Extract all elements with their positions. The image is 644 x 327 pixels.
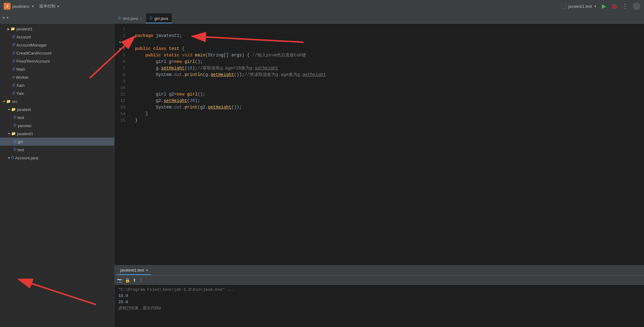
sidebar-item-javatest1-folder2[interactable]: ▼ 📁 javatest1 bbox=[0, 130, 114, 138]
bottom-panel: javatest1.test × 📷 🔒 ⬆ ⋮ "C:\Program Fil… bbox=[115, 265, 644, 327]
line-num-1: 1 bbox=[115, 26, 128, 33]
java-icon-account: © bbox=[11, 156, 14, 160]
run-tab-close[interactable]: × bbox=[146, 268, 148, 272]
line-num-11: 11 bbox=[115, 91, 128, 98]
tab-test-java[interactable]: © test.java × bbox=[115, 13, 146, 23]
line-num-6: 6 bbox=[115, 59, 128, 65]
more-actions-icon[interactable]: ⋮ bbox=[139, 278, 143, 283]
line-numbers: 1 2 ▶3 ▶4 5 6 7 8 9 10 11 12 13 14 15 bbox=[115, 24, 130, 265]
version-control-button[interactable]: 版本控制 ▼ bbox=[39, 3, 60, 9]
line-num-13: 13 bbox=[115, 104, 128, 111]
line-num-14: 14 bbox=[115, 111, 128, 117]
sidebar-item-girl[interactable]: © girl bbox=[0, 138, 114, 146]
sidebar-item-yanxiao[interactable]: © yanxiao bbox=[0, 122, 114, 130]
title-bar: J javabianc ▼ 版本控制 ▼ javatest1.test ▼ ▶ … bbox=[0, 0, 644, 12]
sidebar-item-yain[interactable]: © Yain bbox=[0, 89, 114, 97]
folder-icon-javatest1: 📁 bbox=[11, 27, 15, 31]
sidebar-item-label-creatitcardaccount: CreatitCardAccount bbox=[16, 51, 51, 55]
sidebar-item-test2[interactable]: © test bbox=[0, 146, 114, 154]
run-config-selector[interactable]: javatest1.test ▼ bbox=[561, 4, 597, 9]
sidebar-chevron: ▼ bbox=[6, 16, 9, 20]
title-bar-left: J javabianc ▼ 版本控制 ▼ bbox=[4, 3, 60, 10]
line-num-3: ▶3 bbox=[115, 39, 128, 46]
class-icon-account: © bbox=[12, 35, 15, 39]
folder-icon-javatest: 📁 bbox=[11, 107, 16, 112]
project-selector[interactable]: J javabianc ▼ bbox=[4, 3, 34, 10]
sidebar-item-javatest-folder[interactable]: ▼ 📁 javatest bbox=[0, 105, 114, 113]
class-icon-main: © bbox=[12, 67, 15, 71]
tab-close-test[interactable]: × bbox=[140, 16, 142, 20]
sidebar-item-label-accountmanager: AccountManager bbox=[16, 43, 47, 47]
run-config-icon bbox=[561, 4, 566, 9]
expand-arrow-account-java: ▼ bbox=[7, 156, 11, 160]
lock-icon[interactable]: 🔒 bbox=[125, 278, 130, 283]
sidebar-item-label-xain: Xain bbox=[16, 83, 24, 88]
bottom-tab-run[interactable]: javatest1.test × bbox=[117, 266, 151, 275]
project-chevron: ▼ bbox=[31, 5, 34, 8]
sidebar-item-label-account: Account bbox=[16, 35, 31, 39]
sidebar-item-fixedtermaccount[interactable]: © FixedTermAccount bbox=[0, 57, 114, 65]
sidebar-item-main[interactable]: © Main bbox=[0, 65, 114, 73]
line-num-9: 9 bbox=[115, 78, 128, 85]
tab-icon-test: © bbox=[118, 16, 121, 20]
sidebar-collapse-button[interactable]: ≡ ▼ bbox=[2, 15, 9, 20]
sidebar-item-label-yain: Yain bbox=[16, 91, 24, 96]
user-avatar[interactable] bbox=[633, 2, 640, 10]
run-button[interactable]: ▶ bbox=[602, 3, 606, 10]
run-tab-label: javatest1.test bbox=[120, 268, 144, 272]
run-gutter-4[interactable]: ▶ bbox=[120, 46, 122, 52]
file-tree: ▶ 📁 javatest1 © Account © AccountManager… bbox=[0, 24, 114, 163]
sidebar-item-account[interactable]: © Account bbox=[0, 33, 114, 41]
sidebar-item-label-src: src bbox=[12, 99, 17, 104]
bottom-toolbar: 📷 🔒 ⬆ ⋮ bbox=[115, 276, 644, 285]
sidebar-item-label-javatest1: javatest1 bbox=[16, 27, 33, 31]
line-num-8: 8 bbox=[115, 72, 128, 78]
sidebar-item-account-java[interactable]: ▼ © Account.java bbox=[0, 154, 114, 162]
debug-button[interactable]: 🐞 bbox=[611, 3, 617, 9]
class-icon-xain: © bbox=[12, 83, 15, 87]
run-gutter-3[interactable]: ▶ bbox=[120, 39, 122, 46]
class-icon-test2: © bbox=[14, 148, 16, 152]
run-config-chevron: ▼ bbox=[594, 5, 597, 8]
project-name-label: javabianc bbox=[12, 4, 29, 9]
code-content[interactable]: package javatest1; public class test { p… bbox=[130, 24, 644, 265]
interface-icon-worker: ≡ bbox=[12, 75, 15, 79]
line-num-12: 12 bbox=[115, 98, 128, 104]
code-editor: 1 2 ▶3 ▶4 5 6 7 8 9 10 11 12 13 14 15 bbox=[115, 24, 644, 265]
sidebar-item-label-worker: Worker bbox=[16, 75, 29, 80]
expand-arrow-javatest: ▼ bbox=[7, 108, 11, 111]
tabs-bar: © test.java × © girl.java bbox=[115, 12, 644, 24]
expand-arrow-src: ▼ bbox=[2, 100, 6, 103]
sidebar-item-worker[interactable]: ≡ Worker bbox=[0, 73, 114, 81]
sidebar-item-label-fixedtermaccount: FixedTermAccount bbox=[16, 59, 50, 64]
camera-icon[interactable]: 📷 bbox=[117, 278, 122, 283]
sidebar-item-accountmanager[interactable]: © AccountManager bbox=[0, 41, 114, 49]
line-num-15: 15 bbox=[115, 117, 128, 124]
upload-icon[interactable]: ⬆ bbox=[133, 278, 136, 283]
line-num-10: 10 bbox=[115, 85, 128, 91]
sidebar-item-label-test2: test bbox=[18, 148, 24, 152]
sidebar-item-label-javatest: javatest bbox=[17, 107, 31, 112]
sidebar-toolbar: ≡ ▼ bbox=[0, 12, 114, 24]
line-num-7: 7 bbox=[115, 65, 128, 72]
sidebar-item-test[interactable]: © test bbox=[0, 113, 114, 122]
run-config-label: javatest1.test bbox=[568, 4, 592, 9]
line-num-2: 2 bbox=[115, 33, 128, 39]
more-button[interactable]: ⋮ bbox=[622, 3, 628, 10]
sidebar-item-xain[interactable]: © Xain bbox=[0, 81, 114, 89]
main-content: ≡ ▼ ▶ 📁 javatest1 © Account © Accou bbox=[0, 12, 644, 327]
sidebar-item-label-account-java: Account.java bbox=[15, 156, 38, 160]
sidebar-item-label-test: test bbox=[18, 115, 24, 120]
sidebar-item-label-yanxiao: yanxiao bbox=[18, 123, 32, 128]
class-icon-yanxiao: © bbox=[14, 123, 16, 128]
tab-girl-java[interactable]: © girl.java bbox=[146, 13, 172, 23]
class-icon-girl: © bbox=[14, 139, 16, 144]
sidebar-item-creatitcardaccount[interactable]: © CreatitCardAccount bbox=[0, 49, 114, 57]
sidebar-item-label-girl: girl bbox=[18, 139, 23, 144]
class-icon-accountmanager: © bbox=[12, 43, 15, 47]
line-num-4: ▶4 bbox=[115, 46, 128, 52]
title-bar-right: javatest1.test ▼ ▶ 🐞 ⋮ bbox=[561, 2, 640, 10]
sidebar-item-javatest1-folder[interactable]: ▶ 📁 javatest1 bbox=[0, 25, 114, 33]
console-line-1: 18.0 bbox=[118, 293, 640, 299]
sidebar-item-src-folder[interactable]: ▼ 📁 src bbox=[0, 97, 114, 105]
